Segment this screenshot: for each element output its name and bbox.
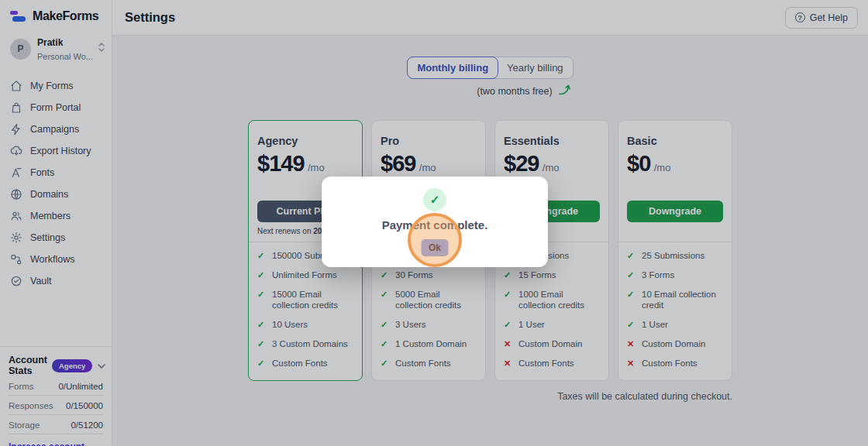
payment-complete-modal: ✓ Payment complete. Ok: [322, 177, 548, 267]
modal-message: Payment complete.: [322, 218, 548, 232]
ok-button[interactable]: Ok: [422, 239, 449, 256]
success-check-icon: ✓: [423, 188, 446, 211]
